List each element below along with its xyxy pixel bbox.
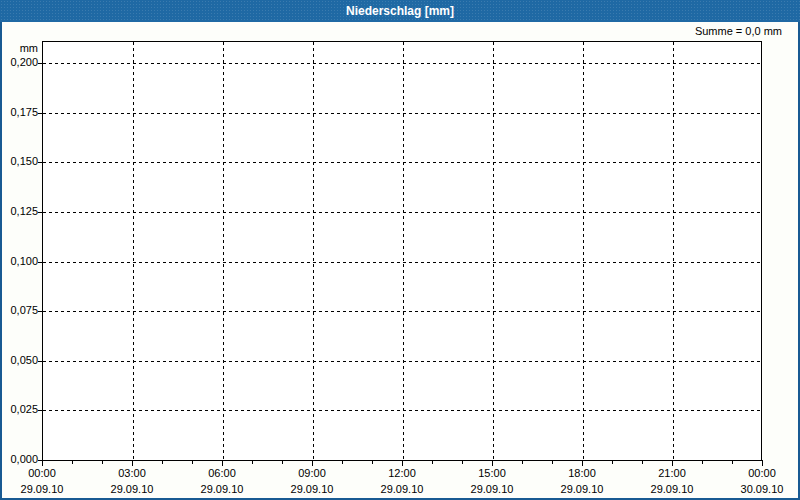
y-gridline bbox=[43, 113, 761, 114]
y-tick-label: 0,025 bbox=[2, 403, 38, 415]
x-tick-time-label: 00:00 bbox=[10, 467, 74, 479]
y-tick-label: 0,175 bbox=[2, 106, 38, 118]
y-axis-tick bbox=[38, 262, 42, 263]
x-axis-minor-tick bbox=[732, 460, 733, 464]
x-tick-date-label: 29.09.10 bbox=[640, 483, 704, 495]
y-axis-tick bbox=[38, 162, 42, 163]
x-tick-time-label: 06:00 bbox=[190, 467, 254, 479]
x-tick-time-label: 18:00 bbox=[550, 467, 614, 479]
y-axis-tick bbox=[38, 361, 42, 362]
x-gridline bbox=[493, 42, 494, 460]
x-axis-major-tick bbox=[672, 460, 673, 466]
y-axis-tick bbox=[38, 63, 42, 64]
x-tick-date-label: 30.09.10 bbox=[730, 483, 794, 495]
x-axis-minor-tick bbox=[702, 460, 703, 464]
x-tick-date-label: 29.09.10 bbox=[550, 483, 614, 495]
y-axis-tick bbox=[38, 311, 42, 312]
x-axis-minor-tick bbox=[522, 460, 523, 464]
x-axis-major-tick bbox=[402, 460, 403, 466]
y-gridline bbox=[43, 311, 761, 312]
y-gridline bbox=[43, 162, 761, 163]
x-axis-minor-tick bbox=[372, 460, 373, 464]
x-tick-time-label: 12:00 bbox=[370, 467, 434, 479]
x-axis-major-tick bbox=[132, 460, 133, 466]
x-axis-major-tick bbox=[222, 460, 223, 466]
y-tick-label: 0,125 bbox=[2, 205, 38, 217]
x-axis-minor-tick bbox=[72, 460, 73, 464]
x-gridline bbox=[313, 42, 314, 460]
x-tick-date-label: 29.09.10 bbox=[190, 483, 254, 495]
x-axis-minor-tick bbox=[162, 460, 163, 464]
x-tick-time-label: 09:00 bbox=[280, 467, 344, 479]
y-axis-unit-label: mm bbox=[2, 42, 38, 54]
x-tick-date-label: 29.09.10 bbox=[100, 483, 164, 495]
x-axis-major-tick bbox=[582, 460, 583, 466]
x-tick-date-label: 29.09.10 bbox=[460, 483, 524, 495]
sum-label: Summe = 0,0 mm bbox=[695, 25, 782, 37]
x-axis-minor-tick bbox=[642, 460, 643, 464]
x-tick-time-label: 00:00 bbox=[730, 467, 794, 479]
x-gridline bbox=[223, 42, 224, 460]
x-axis-minor-tick bbox=[612, 460, 613, 464]
x-axis-minor-tick bbox=[102, 460, 103, 464]
chart-title: Niederschlag [mm] bbox=[346, 4, 454, 18]
window-title-bar: Niederschlag [mm] bbox=[0, 0, 800, 22]
y-tick-label: 0,200 bbox=[2, 56, 38, 68]
x-tick-time-label: 21:00 bbox=[640, 467, 704, 479]
y-gridline bbox=[43, 410, 761, 411]
y-axis-tick bbox=[38, 113, 42, 114]
x-axis-major-tick bbox=[42, 460, 43, 466]
x-tick-time-label: 15:00 bbox=[460, 467, 524, 479]
y-gridline bbox=[43, 212, 761, 213]
y-gridline bbox=[43, 361, 761, 362]
x-axis-minor-tick bbox=[552, 460, 553, 464]
y-tick-label: 0,000 bbox=[2, 453, 38, 465]
y-tick-label: 0,075 bbox=[2, 304, 38, 316]
x-axis-minor-tick bbox=[342, 460, 343, 464]
y-gridline bbox=[43, 63, 761, 64]
y-axis-tick bbox=[38, 410, 42, 411]
x-axis-minor-tick bbox=[282, 460, 283, 464]
plot-area bbox=[42, 41, 762, 461]
x-tick-date-label: 29.09.10 bbox=[280, 483, 344, 495]
x-tick-time-label: 03:00 bbox=[100, 467, 164, 479]
x-axis-minor-tick bbox=[462, 460, 463, 464]
chart-window: Niederschlag [mm] Summe = 0,0 mm mm 0,20… bbox=[0, 0, 800, 500]
y-axis-tick bbox=[38, 212, 42, 213]
x-tick-date-label: 29.09.10 bbox=[10, 483, 74, 495]
x-axis-minor-tick bbox=[432, 460, 433, 464]
x-gridline bbox=[133, 42, 134, 460]
x-axis-major-tick bbox=[312, 460, 313, 466]
x-axis-major-tick bbox=[762, 460, 763, 466]
x-gridline bbox=[403, 42, 404, 460]
x-gridline bbox=[673, 42, 674, 460]
chart-content-area: Summe = 0,0 mm mm 0,2000,1750,1500,1250,… bbox=[0, 22, 800, 500]
y-gridline bbox=[43, 262, 761, 263]
x-tick-date-label: 29.09.10 bbox=[370, 483, 434, 495]
x-axis-minor-tick bbox=[252, 460, 253, 464]
y-tick-label: 0,050 bbox=[2, 354, 38, 366]
x-gridline bbox=[583, 42, 584, 460]
y-tick-label: 0,150 bbox=[2, 155, 38, 167]
y-tick-label: 0,100 bbox=[2, 255, 38, 267]
x-axis-minor-tick bbox=[192, 460, 193, 464]
x-axis-major-tick bbox=[492, 460, 493, 466]
